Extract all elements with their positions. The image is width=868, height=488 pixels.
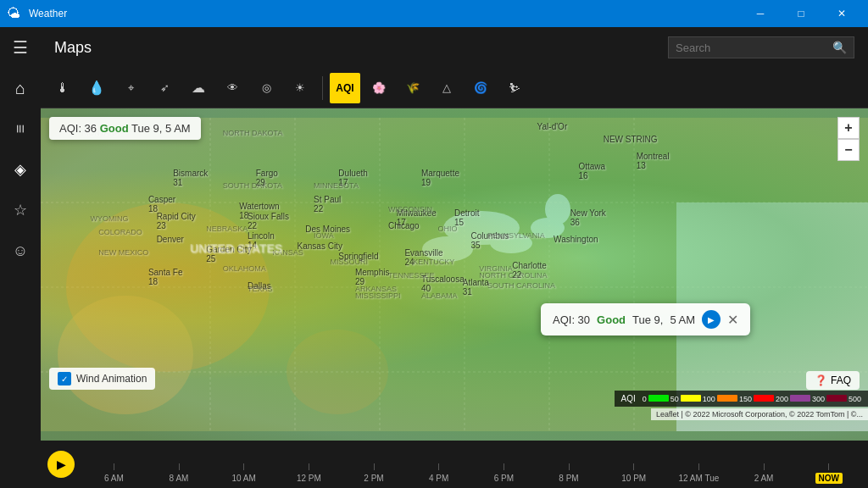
city-bismarck: Bismarck31 — [173, 169, 208, 187]
city-stpaul: St Paul22 — [314, 195, 341, 214]
region-north-dakota: NORTH DAKOTA — [223, 129, 283, 137]
aqi-text: AQI: 36 Good Tue 9, 5 AM — [59, 122, 191, 135]
weather-icon: 🌤 — [7, 6, 20, 21]
city-denver: Denver — [157, 235, 184, 244]
map-info-popup: AQI: 30 Good Tue 9, 5 AM ▶ ✕ — [541, 303, 750, 336]
region-southcarolina: SOUTH CAROLINA — [487, 281, 555, 290]
toolbar-wind-arrow[interactable]: ➶ — [149, 73, 180, 103]
region-ohio: OHIO — [437, 225, 457, 233]
aqi-legend: AQI 0 50 100 150 200 300 — [615, 391, 868, 407]
toolbar-aqi[interactable]: AQI — [330, 73, 360, 103]
faq-button[interactable]: ❓ FAQ — [806, 371, 860, 390]
sidebar-item-lifestyle[interactable]: ☺ — [0, 230, 41, 271]
titlebar: 🌤 Weather ─ □ ✕ — [0, 0, 868, 27]
sidebar-item-forecast[interactable]: ≡ — [0, 108, 41, 149]
region-kentucky: KENTUCKY — [413, 258, 454, 266]
toolbar-temperature[interactable]: 🌡 — [47, 73, 78, 103]
timeline: ▶ 6 AM 8 AM 10 AM 12 PM 2 PM 4 PM 6 PM 8… — [41, 441, 868, 488]
toolbar-precipitation[interactable]: 💧 — [81, 73, 112, 103]
region-alabama: ALABAMA — [421, 291, 458, 300]
sidebar: ☰ ⌂ ≡ ◈ ☆ ☺ — [0, 27, 41, 488]
region-mississippi: MISSISSIPPI — [355, 291, 401, 300]
toolbar-fire[interactable]: △ — [431, 73, 462, 103]
region-colorado: COLORADO — [98, 228, 142, 236]
region-newstring: NEW STRING — [604, 135, 658, 144]
region-newmexico: NEW MEXICO — [98, 248, 148, 257]
wind-label: Wind Animation — [76, 373, 147, 385]
city-kansascity: Kansas City — [298, 241, 342, 251]
close-button[interactable]: ✕ — [822, 0, 861, 27]
faq-icon: ❓ — [815, 374, 827, 386]
search-box[interactable]: 🔍 — [668, 36, 854, 58]
region-texas: TEXAS — [248, 285, 273, 293]
timeline-track: 6 AM 8 AM 10 AM 12 PM 2 PM 4 PM 6 PM 8 P… — [81, 441, 861, 488]
popup-aqi: AQI: 30 — [553, 313, 590, 326]
toolbar-radar[interactable]: ⌖ — [115, 73, 146, 103]
toolbar-hurricane[interactable]: 🌀 — [465, 73, 496, 103]
time-10am: 10 AM — [211, 463, 276, 483]
toolbar-clouds[interactable]: ☁ — [183, 73, 214, 103]
toolbar-ski[interactable]: ⛷ — [499, 73, 530, 103]
topbar: Maps 🔍 — [41, 27, 868, 68]
minimize-button[interactable]: ─ — [741, 0, 780, 27]
sidebar-menu-button[interactable]: ☰ — [0, 27, 41, 68]
aqi-info-badge: AQI: 36 Good Tue 9, 5 AM — [49, 117, 201, 140]
time-12am-tue: 12 AM Tue — [666, 463, 732, 483]
region-wisconsin: WISCONSIN — [388, 205, 432, 214]
region-south-dakota: SOUTH DAKOTA — [223, 181, 282, 190]
time-2pm: 2 PM — [342, 463, 407, 483]
search-input[interactable] — [676, 42, 832, 54]
sidebar-item-home[interactable]: ⌂ — [0, 68, 41, 108]
time-6am: 6 AM — [81, 463, 147, 483]
city-siouxfalls: Sioux Falls22 — [248, 212, 289, 230]
time-8pm: 8 PM — [537, 463, 602, 483]
sidebar-item-maps[interactable]: ◈ — [0, 149, 41, 190]
wind-animation-badge[interactable]: ✓ Wind Animation — [49, 368, 155, 390]
content-area: Maps 🔍 🌡 💧 ⌖ ➶ ☁ 👁 ◎ ☀ AQI 🌸 🌾 △ 🌀 ⛷ — [41, 27, 868, 488]
city-atlanta: Atlanta31 — [463, 278, 489, 297]
city-chicago: Chicago — [388, 221, 420, 230]
page-title: Maps — [54, 39, 92, 57]
sidebar-item-starred[interactable]: ☆ — [0, 190, 41, 230]
region-nebraska: NEBRASKA — [206, 225, 248, 233]
time-2am: 2 AM — [732, 463, 797, 483]
popup-play-button[interactable]: ▶ — [702, 310, 721, 329]
app-title: Weather — [29, 8, 67, 19]
zoom-in-button[interactable]: + — [837, 117, 860, 139]
map-container[interactable]: Bismarck31 Fargo29 Dulueth17 Marquette19… — [41, 108, 868, 441]
aqi-legend-label: AQI — [621, 394, 636, 403]
city-newyork: New York36 — [570, 208, 606, 227]
toolbar-uv[interactable]: ☀ — [285, 73, 315, 103]
popup-quality: Good — [597, 313, 626, 326]
region-oklahoma: OKLAHOMA — [223, 264, 266, 273]
city-marquette: Marquette19 — [421, 169, 459, 187]
toolbar-grass-pollen[interactable]: 🌾 — [398, 73, 428, 103]
time-now[interactable]: NOW — [796, 463, 861, 483]
time-4pm: 4 PM — [406, 463, 471, 483]
window-controls: ─ □ ✕ — [741, 0, 861, 27]
toolbar-satellite[interactable]: ◎ — [251, 73, 281, 103]
maximize-button[interactable]: □ — [782, 0, 821, 27]
popup-date: Tue 9, — [632, 313, 663, 326]
map-toolbar: 🌡 💧 ⌖ ➶ ☁ 👁 ◎ ☀ AQI 🌸 🌾 △ 🌀 ⛷ — [41, 68, 868, 108]
region-wyoming: WYOMING — [91, 214, 129, 223]
region-pennsylvania: PENNSYLVANIA — [487, 231, 545, 240]
region-northcarolina: NORTH CAROLINA — [479, 271, 547, 280]
time-6pm: 6 PM — [471, 463, 537, 483]
faq-label: FAQ — [831, 374, 851, 386]
toolbar-tree-pollen[interactable]: 🌸 — [364, 73, 394, 103]
toolbar-humidity[interactable]: 👁 — [217, 73, 248, 103]
popup-close-button[interactable]: ✕ — [727, 312, 738, 328]
search-icon: 🔍 — [832, 41, 847, 54]
city-rapidcity: Rapid City23 — [157, 212, 196, 230]
city-ottawa: Ottawa16 — [578, 162, 605, 180]
timeline-play-button[interactable]: ▶ — [47, 451, 75, 478]
city-santafe: Santa Fe18 — [148, 268, 183, 286]
region-minnesota: MINNESOTA — [314, 181, 359, 190]
toolbar-divider — [322, 76, 323, 100]
zoom-out-button[interactable]: − — [837, 139, 860, 161]
time-10pm: 10 PM — [601, 463, 666, 483]
app-layout: ☰ ⌂ ≡ ◈ ☆ ☺ Maps 🔍 🌡 💧 ⌖ ➶ ☁ 👁 ◎ ☀ AQI — [0, 27, 868, 488]
region-yaldor: Yal-d'Or — [537, 122, 568, 131]
city-detroit: Detroit15 — [454, 208, 479, 227]
